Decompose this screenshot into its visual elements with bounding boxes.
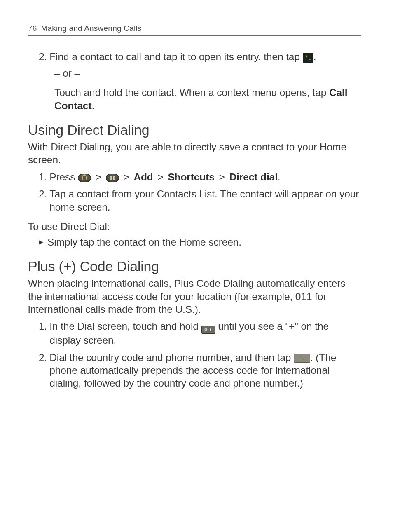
chevron-right-icon: > [122,171,131,183]
section-heading-plus-code: Plus (+) Code Dialing [28,258,361,274]
list-item: 1. Press > > Add > Shortcuts > Direct di… [39,171,361,183]
section-intro: With Direct Dialing, you are able to dir… [28,141,361,166]
text: . [92,100,95,111]
triangle-bullet-icon: ▶ [39,236,43,248]
bold-label: Add [133,171,153,183]
list-item: 2. Dial the country code and phone numbe… [39,351,361,390]
step-number: 1. [39,320,47,347]
step-content: In the Dial screen, touch and hold 0 + u… [49,320,361,347]
manual-page: 76 Making and Answering Calls 2. Find a … [0,0,393,408]
text: Simply tap the contact on the Home scree… [47,236,241,248]
zero-plus-key-icon: 0 + [201,326,215,334]
step-number: 2. [39,351,47,390]
call-icon [303,53,313,63]
step-number: 1. [39,171,47,183]
text: . [278,171,281,183]
or-separator: – or – [54,67,361,80]
page-number: 76 [28,24,37,33]
list-item: 2. Find a contact to call and tap it to … [39,50,361,63]
step-number: 2. [39,50,47,63]
chevron-right-icon: > [156,171,165,183]
menu-button-icon [106,174,119,182]
list-item: 1. In the Dial screen, touch and hold 0 … [39,320,361,347]
bold-label: Direct dial [229,171,277,183]
step-list-continued: 2. Find a contact to call and tap it to … [39,50,361,63]
direct-dial-steps: 1. Press > > Add > Shortcuts > Direct di… [39,171,361,213]
call-button-icon [294,354,310,363]
step-content: Dial the country code and phone number, … [49,351,361,390]
text: Touch and hold the contact. When a conte… [54,87,329,98]
chapter-title: Making and Answering Calls [41,24,142,33]
home-button-icon [78,174,91,182]
text: Dial the country code and phone number, … [49,352,294,363]
step-number: 2. [39,187,47,213]
text: . [313,51,316,62]
bullet-item: ▶ Simply tap the contact on the Home scr… [39,236,361,248]
plus-code-steps: 1. In the Dial screen, touch and hold 0 … [39,320,361,389]
section-heading-direct-dialing: Using Direct Dialing [28,122,361,138]
chevron-right-icon: > [218,171,227,183]
list-item: 2. Tap a contact from your Contacts List… [39,187,361,213]
chevron-right-icon: > [94,171,103,183]
subheading-use-direct-dial: To use Direct Dial: [28,221,361,232]
step-content: Tap a contact from your Contacts List. T… [49,187,361,213]
step-content: Press > > Add > Shortcuts > Direct dial. [49,171,361,183]
bold-label: Shortcuts [168,171,214,183]
section-intro: When placing international calls, Plus C… [28,277,361,316]
text: Find a contact to call and tap it to ope… [49,51,302,62]
text: Press [49,171,78,183]
text: In the Dial screen, touch and hold [49,321,201,332]
alt-instruction: Touch and hold the contact. When a conte… [54,86,361,112]
running-header: 76 Making and Answering Calls [28,24,361,36]
step-content: Find a contact to call and tap it to ope… [49,50,361,63]
